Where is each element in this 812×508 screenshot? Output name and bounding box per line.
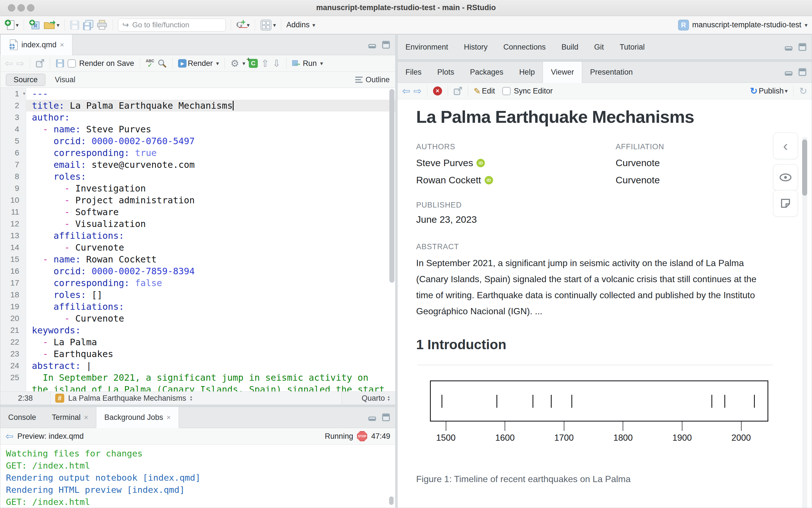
edit-pencil-icon: ✎	[474, 86, 481, 96]
insert-chunk-icon[interactable]: C	[249, 59, 258, 68]
render-settings-gear-icon[interactable]: ⚙	[231, 58, 239, 69]
run-button[interactable]: → Run	[292, 59, 317, 68]
goto-file-function-input[interactable]: ↪ Go to file/function	[118, 18, 226, 32]
filetype-selector[interactable]: Quarto ▴▾	[342, 394, 395, 403]
stop-job-icon[interactable]: STOP	[357, 431, 367, 441]
save-button[interactable]	[70, 20, 79, 30]
nav-forward-icon[interactable]: ⇨	[16, 58, 25, 69]
nav-back-icon[interactable]: ⇦	[5, 58, 13, 69]
visibility-button[interactable]	[773, 164, 798, 190]
source-mode-button[interactable]: Source	[6, 74, 45, 86]
restore-pane-icon[interactable]	[785, 43, 793, 51]
tab-build[interactable]: Build	[554, 35, 586, 59]
tab-help[interactable]: Help	[512, 62, 543, 83]
render-button[interactable]: ▶ Render	[178, 59, 213, 68]
viewer-forward-icon[interactable]: ⇨	[414, 85, 422, 96]
minimize-pane-icon[interactable]	[785, 69, 793, 76]
annotation-button[interactable]	[773, 190, 798, 217]
outline-button[interactable]: Outline	[355, 76, 390, 84]
viewer-scrollbar-thumb[interactable]	[802, 139, 807, 196]
viewer-back-icon[interactable]: ⇦	[402, 85, 410, 96]
line-number: 2	[0, 100, 26, 112]
background-job-toolbar: ⇦ Preview: index.qmd Running STOP 47:49	[0, 428, 395, 444]
project-menu-button[interactable]: R manuscript-template-rstudio-test ▾	[678, 20, 808, 31]
tab-terminal[interactable]: Terminal×	[44, 407, 96, 428]
viewer-popout-icon[interactable]	[454, 87, 462, 95]
close-tab-icon[interactable]: ×	[166, 413, 171, 422]
eye-icon	[779, 173, 792, 182]
tab-console[interactable]: Console	[0, 407, 44, 428]
render-on-save-checkbox[interactable]	[68, 59, 76, 68]
render-caret-icon[interactable]: ▾	[216, 60, 219, 66]
code-text: ---	[26, 88, 395, 100]
tab-connections[interactable]: Connections	[496, 35, 554, 59]
minimize-pane-icon[interactable]	[368, 41, 377, 48]
tab-viewer[interactable]: Viewer	[543, 62, 582, 83]
save-doc-icon[interactable]	[56, 59, 64, 68]
orcid-icon[interactable]: iD	[477, 159, 485, 167]
editor-scrollbar-thumb[interactable]	[390, 89, 395, 283]
console-scrollbar-thumb[interactable]	[389, 497, 394, 505]
code-text: affiliations:	[26, 301, 395, 312]
source-editor-pane: index.qmd × ⇦ ⇨ Render on Save ABC✓ ▶ Re…	[0, 34, 396, 405]
tab-tutorial[interactable]: Tutorial	[612, 35, 653, 59]
find-replace-icon[interactable]	[158, 59, 166, 68]
code-text: roles: []	[26, 289, 395, 301]
new-project-button[interactable]: R	[29, 19, 40, 31]
tab-label: Plots	[437, 68, 454, 77]
tab-index-qmd[interactable]: index.qmd ×	[0, 35, 72, 55]
project-name: manuscript-template-rstudio-test	[692, 20, 801, 29]
job-back-icon[interactable]: ⇦	[5, 431, 13, 442]
close-tab-icon[interactable]: ×	[60, 41, 64, 49]
go-next-section-icon[interactable]: ⇩	[273, 58, 281, 69]
line-number: 10	[0, 194, 26, 206]
tab-plots[interactable]: Plots	[430, 62, 462, 83]
maximize-pane-icon[interactable]	[382, 413, 390, 422]
clear-viewer-icon[interactable]: ×	[433, 86, 442, 95]
addins-button[interactable]: Addins ▾	[286, 20, 315, 29]
tab-label: Files	[405, 68, 421, 77]
event-tick	[571, 395, 572, 408]
edit-button[interactable]: ✎ Edit	[474, 86, 495, 96]
tab-background-jobs[interactable]: Background Jobs×	[96, 407, 179, 428]
popout-window-icon[interactable]	[36, 59, 44, 68]
publish-button[interactable]: ↻ Publish ▾	[750, 86, 787, 96]
console-output[interactable]: Watching files for changesGET: /index.ht…	[0, 444, 395, 508]
line-number: 21	[0, 325, 26, 336]
tab-packages[interactable]: Packages	[462, 62, 512, 83]
go-previous-section-icon[interactable]: ⇧	[261, 58, 269, 69]
tab-environment[interactable]: Environment	[398, 35, 456, 59]
tab-files[interactable]: Files	[398, 62, 430, 83]
tab-presentation[interactable]: Presentation	[582, 62, 641, 83]
viewer-refresh-icon[interactable]: ↻	[799, 85, 808, 96]
spellcheck-icon[interactable]: ABC✓	[146, 59, 154, 68]
close-tab-icon[interactable]: ×	[84, 413, 88, 422]
tab-git[interactable]: Git	[586, 35, 612, 59]
run-caret-icon[interactable]: ▾	[320, 60, 323, 66]
collapse-margin-button[interactable]: ‹	[773, 133, 798, 159]
main-toolbar: ▾ R ▾ ↪ Go to file/function G＋— ▾	[0, 16, 812, 34]
event-tick	[712, 395, 712, 408]
code-editor[interactable]: 1▾---2title: La Palma Earthquake Mechani…	[0, 88, 395, 391]
gear-caret-icon[interactable]: ▾	[243, 60, 245, 66]
new-project-icon: R	[29, 19, 40, 31]
code-text: - Software	[26, 206, 395, 218]
save-all-button[interactable]	[82, 20, 93, 31]
maximize-pane-icon[interactable]	[798, 68, 807, 76]
git-menu-button[interactable]: G＋— ▾	[236, 20, 250, 31]
visual-mode-button[interactable]: Visual	[48, 74, 83, 86]
panes-layout-button[interactable]: ▾	[260, 19, 276, 31]
print-button[interactable]	[96, 20, 108, 31]
fold-caret-icon[interactable]: ▾	[23, 88, 25, 100]
minimize-pane-icon[interactable]	[368, 414, 377, 421]
line-number: 13	[0, 230, 26, 242]
maximize-pane-icon[interactable]	[798, 43, 807, 51]
open-file-button[interactable]: ▾	[43, 20, 59, 31]
maximize-pane-icon[interactable]	[382, 41, 390, 49]
code-line: 4 - name: Steve Purves	[0, 123, 395, 135]
tab-history[interactable]: History	[456, 35, 496, 59]
new-file-button[interactable]: ▾	[4, 19, 18, 31]
section-selector[interactable]: # La Palma Earthquake Mechanisms ▴▾	[50, 392, 342, 405]
sync-editor-checkbox[interactable]	[502, 87, 511, 95]
orcid-icon[interactable]: iD	[485, 176, 493, 184]
